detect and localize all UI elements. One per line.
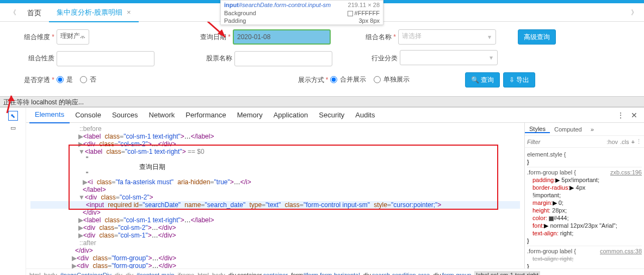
devtools-close-icon[interactable]: ✕: [628, 111, 641, 120]
select-industry[interactable]: ▾: [400, 50, 498, 65]
devtools-panel: ⬉ ▭ Elements Console Sources Network Per…: [0, 107, 644, 275]
radio-penetrate-no[interactable]: 否: [80, 75, 96, 84]
radio-penetrate: 是 否: [57, 75, 102, 85]
radio-solo[interactable]: 单独展示: [374, 75, 410, 84]
devtools-tab-elements[interactable]: Elements: [29, 107, 70, 123]
search-form: 组合维度* 理财产...▾ 查询日期* 组合名称* 请选择▾ 高级查询 组合性质…: [0, 22, 644, 96]
devtools-tab-network[interactable]: Network: [144, 108, 181, 123]
device-toggle-icon[interactable]: ▭: [8, 123, 18, 133]
hov-toggle[interactable]: :hov: [606, 139, 618, 145]
select-dimension[interactable]: 理财产...▾: [57, 29, 89, 45]
tabs-scroll-right[interactable]: 》: [631, 8, 637, 17]
label-industry: 行业分类: [354, 54, 400, 63]
styles-tab-computed[interactable]: Computed: [550, 126, 586, 133]
devtools-tab-performance[interactable]: Performance: [180, 108, 231, 123]
styles-tab-styles[interactable]: Styles: [525, 126, 550, 133]
radio-penetrate-yes[interactable]: 是: [57, 75, 73, 84]
label-dimension: 组合维度*: [11, 33, 57, 42]
devtools-tab-memory[interactable]: Memory: [232, 108, 268, 123]
status-bar: 正在等待 localhost 的响应...: [0, 96, 644, 107]
btn-search[interactable]: 🔍 查询: [465, 72, 500, 88]
devtools-tab-security[interactable]: Security: [313, 108, 350, 123]
inspect-element-icon[interactable]: ⬉: [8, 111, 18, 121]
styles-tab-more[interactable]: »: [586, 126, 598, 133]
tooltip-selector: input#searchDate.form-control.input-sm: [224, 2, 331, 8]
input-stock[interactable]: [234, 51, 332, 66]
label-stock: 股票名称: [189, 54, 234, 63]
cls-toggle[interactable]: .cls: [620, 139, 629, 145]
tooltip-pad-label: Padding: [224, 17, 246, 24]
label-nature: 组合性质: [11, 54, 57, 63]
inspector-tooltip: input#searchDate.form-control.input-sm 2…: [220, 0, 383, 25]
devtools-tab-console[interactable]: Console: [70, 108, 107, 123]
tooltip-dimensions: 219.11 × 28: [348, 2, 380, 8]
styles-panel: Styles Computed » :hov .cls + ⋮ element.…: [524, 123, 644, 268]
input-nature[interactable]: [57, 51, 154, 66]
input-search-date[interactable]: [233, 29, 331, 45]
tooltip-bg-label: Background: [224, 10, 256, 16]
css-rules[interactable]: element.style {} zxb.css:196 .form-group…: [525, 148, 644, 268]
label-portfolio-name: 组合名称*: [352, 33, 398, 42]
tab-close-icon[interactable]: ×: [127, 8, 131, 16]
devtools-tab-audits[interactable]: Audits: [350, 108, 380, 123]
devtools-more-icon[interactable]: ⋮: [614, 111, 628, 120]
devtools-leftbar: ⬉ ▭: [0, 108, 26, 275]
dom-tree[interactable]: ::before ▶<label class="col-sm-1 text-ri…: [26, 123, 524, 268]
devtools-tabs: Elements Console Sources Network Perform…: [26, 108, 644, 123]
tabs-scroll-left[interactable]: 《: [7, 8, 20, 17]
devtools-tab-sources[interactable]: Sources: [107, 108, 144, 123]
tab-home[interactable]: 首页: [20, 4, 49, 22]
selected-input-line: <input required id="searchDate" name="se…: [30, 201, 520, 209]
select-portfolio-name[interactable]: 请选择▾: [398, 29, 496, 45]
btn-advanced-search[interactable]: 高级查询: [518, 29, 556, 45]
label-display: 展示方式*: [284, 76, 330, 85]
radio-display: 合并展示 单独展示: [330, 75, 414, 85]
devtools-tab-application[interactable]: Application: [268, 108, 314, 123]
radio-merge[interactable]: 合并展示: [330, 75, 366, 84]
label-date: 查询日期*: [187, 33, 233, 42]
breadcrumb[interactable]: html body #pageContainerDiv div div #con…: [26, 268, 644, 275]
label-penetrate: 是否穿透*: [11, 76, 57, 85]
add-rule-icon[interactable]: +: [631, 139, 635, 145]
tab-active[interactable]: 集中度分析-股票明细 ×: [49, 4, 139, 22]
styles-filter-input[interactable]: [527, 139, 560, 145]
btn-export[interactable]: ⇩ 导出: [503, 72, 535, 88]
